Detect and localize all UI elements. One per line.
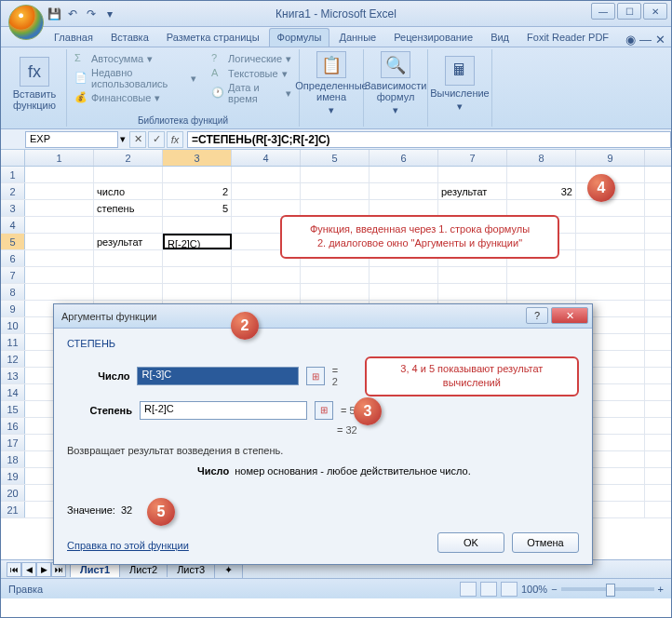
cell[interactable] [438, 200, 507, 216]
minimize-button[interactable]: — [591, 3, 615, 20]
logical-button[interactable]: ?Логические ▾ [209, 51, 293, 66]
row-header[interactable]: 1 [1, 167, 25, 182]
row-header[interactable]: 12 [1, 351, 25, 367]
tab-insert[interactable]: Вставка [102, 28, 157, 47]
formula-audit-button[interactable]: 🔍 Зависимости формул ▾ [370, 51, 422, 116]
col-header[interactable]: 7 [438, 150, 507, 166]
cancel-formula-icon[interactable]: ✕ [129, 131, 146, 148]
cell[interactable] [370, 284, 438, 300]
cell[interactable]: 32 [507, 183, 576, 199]
col-header[interactable]: 4 [232, 150, 301, 166]
cell[interactable] [25, 234, 94, 249]
row-header[interactable]: 4 [1, 217, 25, 233]
row-header[interactable]: 8 [1, 284, 25, 300]
tab-data[interactable]: Данные [330, 28, 384, 47]
row-header[interactable]: 14 [1, 384, 25, 400]
col-header[interactable]: 9 [576, 150, 645, 166]
defined-names-button[interactable]: 📋 Определенные имена ▾ [305, 51, 357, 116]
arg1-ref-button[interactable]: ⊞ [306, 367, 324, 385]
cell[interactable] [94, 167, 163, 182]
help-link[interactable]: Справка по этой функции [67, 540, 189, 551]
tab-nav-next-icon[interactable]: ▶ [36, 562, 51, 577]
tab-formulas[interactable]: Формулы [269, 28, 330, 47]
arg2-ref-button[interactable]: ⊞ [315, 401, 333, 420]
dialog-titlebar[interactable]: Аргументы функции ? ✕ [54, 304, 592, 329]
cell[interactable] [25, 183, 94, 199]
zoom-out-icon[interactable]: − [551, 584, 557, 595]
cell[interactable] [576, 284, 645, 300]
cell[interactable] [301, 284, 370, 300]
row-header[interactable]: 20 [1, 485, 25, 501]
cell[interactable] [301, 267, 370, 283]
cell[interactable] [94, 284, 163, 300]
row-header[interactable]: 13 [1, 368, 25, 383]
cell[interactable]: результат [438, 183, 507, 199]
cell[interactable]: степень [94, 200, 163, 216]
cell[interactable] [301, 183, 370, 199]
tab-foxit[interactable]: Foxit Reader PDF [518, 28, 617, 47]
cell[interactable] [301, 167, 370, 182]
tab-view[interactable]: Вид [482, 28, 517, 47]
row-header[interactable]: 19 [1, 468, 25, 484]
tab-layout[interactable]: Разметка страницы [158, 28, 268, 47]
col-header[interactable]: 1 [25, 150, 94, 166]
cell[interactable] [94, 250, 163, 266]
row-header[interactable]: 2 [1, 183, 25, 199]
row-header[interactable]: 3 [1, 200, 25, 216]
save-icon[interactable]: 💾 [46, 6, 62, 22]
row-header[interactable]: 10 [1, 317, 25, 333]
select-all-corner[interactable] [1, 150, 25, 166]
zoom-in-icon[interactable]: + [658, 584, 664, 595]
col-header[interactable]: 2 [94, 150, 163, 166]
cell[interactable] [232, 284, 301, 300]
col-header[interactable]: 8 [507, 150, 576, 166]
cell[interactable]: 5 [163, 200, 232, 216]
cell[interactable] [25, 217, 94, 233]
insert-function-button[interactable]: fx Вставить функцию [8, 51, 60, 116]
cell[interactable] [576, 200, 645, 216]
cell[interactable] [301, 200, 370, 216]
formula-input[interactable]: =СТЕПЕНЬ(R[-3]C;R[-2]C) [187, 131, 671, 148]
cell[interactable] [370, 267, 438, 283]
name-box[interactable]: EXP [25, 131, 118, 148]
cell[interactable] [163, 284, 232, 300]
cell[interactable] [232, 200, 301, 216]
arg1-input[interactable]: R[-3]C [137, 367, 299, 385]
cell[interactable] [438, 167, 507, 182]
cell[interactable] [94, 217, 163, 233]
cell[interactable] [163, 217, 232, 233]
cell[interactable] [163, 167, 232, 182]
cell[interactable] [576, 250, 645, 266]
cell[interactable] [507, 267, 576, 283]
cell[interactable] [576, 217, 645, 233]
cell[interactable]: R[-2]C) [163, 234, 232, 249]
row-header[interactable]: 17 [1, 435, 25, 450]
ribbon-minimize-icon[interactable]: — [639, 33, 652, 47]
cell[interactable] [25, 267, 94, 283]
row-header[interactable]: 18 [1, 451, 25, 467]
fx-button-icon[interactable]: fx [167, 131, 183, 148]
col-header[interactable]: 3 [163, 150, 232, 166]
col-header[interactable]: 5 [301, 150, 370, 166]
office-button[interactable] [8, 5, 44, 40]
financial-button[interactable]: 💰Финансовые ▾ [73, 90, 198, 105]
calculation-button[interactable]: 🖩 Вычисление ▾ [434, 51, 486, 116]
tab-nav-prev-icon[interactable]: ◀ [21, 562, 36, 577]
cell[interactable] [576, 267, 645, 283]
dialog-help-button[interactable]: ? [526, 307, 548, 324]
tab-review[interactable]: Рецензирование [385, 28, 481, 47]
row-header[interactable]: 21 [1, 502, 25, 517]
recent-button[interactable]: 📄Недавно использовались ▾ [73, 66, 198, 90]
cell[interactable] [507, 284, 576, 300]
tab-nav-first-icon[interactable]: ⏮ [7, 562, 21, 577]
ok-button[interactable]: OK [437, 532, 504, 553]
cell[interactable] [370, 200, 438, 216]
zoom-slider[interactable] [561, 587, 654, 591]
dialog-close-button[interactable]: ✕ [551, 307, 588, 324]
cell[interactable] [163, 250, 232, 266]
datetime-button[interactable]: 🕐Дата и время ▾ [209, 81, 293, 105]
maximize-button[interactable]: ☐ [617, 3, 641, 20]
arg2-input[interactable]: R[-2]C [140, 401, 307, 420]
cell[interactable] [370, 183, 438, 199]
row-header[interactable]: 16 [1, 418, 25, 434]
